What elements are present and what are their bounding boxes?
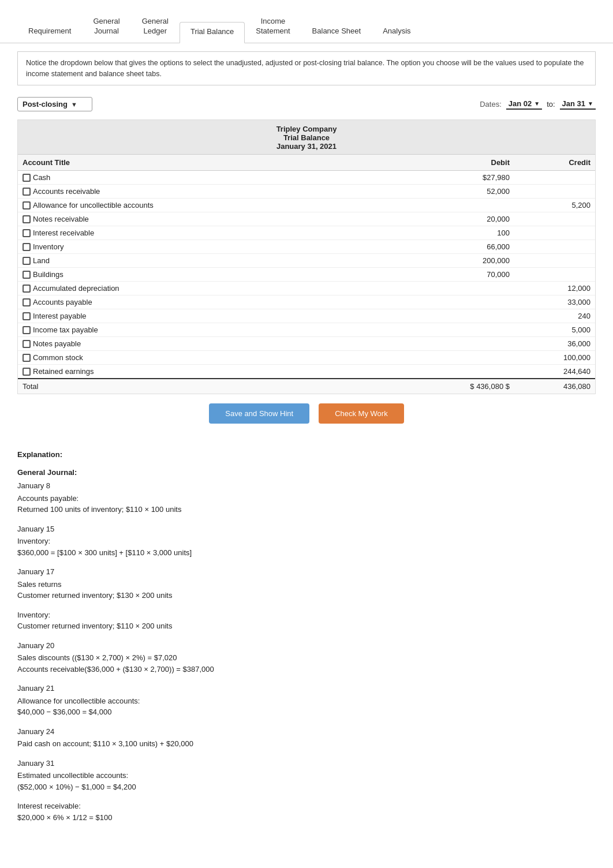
row-expand-icon[interactable] [23, 243, 31, 251]
trial-balance-table: Tripley Company Trial Balance January 31… [17, 119, 596, 394]
table-rows: Cash$27,980Accounts receivable52,000Allo… [18, 171, 595, 378]
table-row: Accounts payable33,000 [18, 295, 595, 309]
row-expand-icon[interactable] [23, 312, 31, 320]
row-expand-icon[interactable] [23, 215, 31, 223]
check-work-button[interactable]: Check My Work [319, 403, 404, 424]
row-expand-icon[interactable] [23, 326, 31, 334]
tab-requirement[interactable]: Requirement [17, 21, 82, 43]
table-row: Interest receivable100 [18, 226, 595, 240]
buttons-row: Save and Show Hint Check My Work [0, 394, 613, 433]
explanation-block: Inventory:Customer returned inventory; $… [17, 609, 596, 632]
total-credit: 436,080 [514, 379, 595, 394]
table-row: Land200,000 [18, 254, 595, 268]
row-expand-icon[interactable] [23, 340, 31, 348]
tab-analysis[interactable]: Analysis [372, 21, 421, 43]
general-journal-label: General Journal: [17, 468, 596, 477]
total-debit: $ 436,080 $ [433, 379, 514, 394]
total-row: Total $ 436,080 $ 436,080 [18, 378, 595, 394]
tab-trial-balance[interactable]: Trial Balance [180, 22, 245, 43]
table-row: Cash$27,980 [18, 171, 595, 185]
row-expand-icon[interactable] [23, 201, 31, 209]
trial-balance-type-dropdown[interactable]: Post-closing ▼ [17, 97, 92, 111]
controls-row: Post-closing ▼ Dates: Jan 02 ▼ to: Jan 3… [0, 91, 613, 117]
tab-balance-sheet[interactable]: Balance Sheet [301, 21, 372, 43]
table-row: Notes receivable20,000 [18, 212, 595, 226]
table-row: Allowance for uncollectible accounts5,20… [18, 199, 595, 212]
table-header: Tripley Company Trial Balance January 31… [18, 120, 595, 155]
column-headers: Account Title Debit Credit [18, 155, 595, 171]
table-row: Interest payable240 [18, 309, 595, 323]
row-expand-icon[interactable] [23, 298, 31, 306]
explanation-block: Interest receivable:$20,000 × 6% × 1/12 … [17, 800, 596, 823]
nav-tabs: Requirement GeneralJournal GeneralLedger… [0, 0, 613, 43]
from-date-arrow-icon: ▼ [534, 100, 540, 107]
to-date-dropdown[interactable]: Jan 31 ▼ [560, 99, 596, 110]
table-row: Accounts receivable52,000 [18, 185, 595, 199]
row-expand-icon[interactable] [23, 257, 31, 265]
dropdown-arrow-icon: ▼ [71, 101, 77, 108]
explanation-block: January 24Paid cash on account; $110 × 3… [17, 726, 596, 750]
from-date-dropdown[interactable]: Jan 02 ▼ [506, 99, 542, 110]
explanation-section: Explanation: General Journal: January 8A… [0, 433, 613, 843]
explanation-title: Explanation: [17, 450, 596, 459]
explanation-blocks: January 8Accounts payable:Returned 100 u… [17, 480, 596, 823]
table-row: Inventory66,000 [18, 240, 595, 254]
row-expand-icon[interactable] [23, 368, 31, 376]
table-row: Buildings70,000 [18, 268, 595, 282]
explanation-block: January 31Estimated uncollectible accoun… [17, 758, 596, 793]
table-row: Income tax payable5,000 [18, 323, 595, 337]
tab-income-statement[interactable]: IncomeStatement [245, 12, 301, 43]
table-row: Notes payable36,000 [18, 337, 595, 351]
explanation-block: January 21Allowance for uncollectible ac… [17, 683, 596, 718]
explanation-block: January 20Sales discounts (($130 × 2,700… [17, 640, 596, 675]
explanation-block: January 15Inventory:$360,000 = [$100 × 3… [17, 523, 596, 559]
tab-general-ledger[interactable]: GeneralLedger [131, 12, 180, 43]
row-expand-icon[interactable] [23, 174, 31, 182]
dates-section: Dates: Jan 02 ▼ to: Jan 31 ▼ [480, 99, 596, 110]
explanation-block: January 8Accounts payable:Returned 100 u… [17, 480, 596, 515]
row-expand-icon[interactable] [23, 285, 31, 293]
table-row: Accumulated depreciation12,000 [18, 282, 595, 295]
table-row: Retained earnings244,640 [18, 365, 595, 378]
row-expand-icon[interactable] [23, 229, 31, 237]
tab-general-journal[interactable]: GeneralJournal [82, 12, 130, 43]
row-expand-icon[interactable] [23, 271, 31, 279]
table-row: Common stock100,000 [18, 351, 595, 365]
notice-box: Notice the dropdown below that gives the… [17, 51, 596, 86]
to-date-arrow-icon: ▼ [588, 100, 593, 107]
explanation-block: January 17Sales returnsCustomer returned… [17, 566, 596, 601]
row-expand-icon[interactable] [23, 354, 31, 362]
row-expand-icon[interactable] [23, 188, 31, 196]
save-hint-button[interactable]: Save and Show Hint [209, 403, 309, 424]
